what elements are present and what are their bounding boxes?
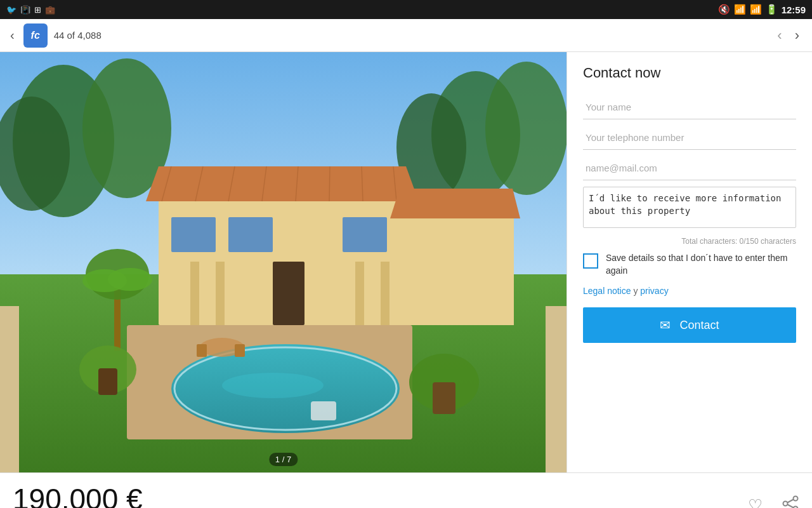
char-count: Total characters: 0/150 characters [583, 237, 796, 246]
svg-marker-23 [390, 189, 520, 218]
grid-icon: ⊞ [34, 5, 41, 15]
save-details-row: Save details so that I don´t have to ent… [583, 252, 796, 277]
svg-rect-24 [171, 217, 216, 252]
listing-info: 190,000 € Lower price 10,000 € ♡ [0, 472, 812, 508]
email-input[interactable] [583, 156, 796, 180]
svg-rect-28 [190, 262, 199, 325]
share-button[interactable] [782, 495, 799, 509]
nav-back-button[interactable]: ‹ [8, 25, 17, 45]
listing-counter: 44 of 4,088 [54, 30, 766, 41]
clock: 12:59 [782, 4, 806, 15]
contact-panel: Contact now I´d like to receive more inf… [566, 52, 812, 472]
legal-notice-link[interactable]: Legal notice [583, 286, 631, 296]
property-image-area[interactable]: 1 / 7 [0, 52, 566, 472]
svg-marker-13 [146, 166, 419, 201]
svg-rect-34 [235, 344, 245, 357]
svg-rect-30 [355, 262, 364, 325]
svg-point-11 [222, 373, 324, 398]
save-details-label: Save details so that I don´t have to ent… [606, 252, 796, 277]
app-logo[interactable]: fc [23, 23, 48, 48]
status-right: 🔇 📶 📶 🔋 12:59 [718, 4, 806, 15]
svg-rect-27 [273, 262, 304, 325]
email-field-container [583, 156, 796, 180]
mail-icon: ✉ [660, 318, 671, 333]
status-bar: 🐦 📳 ⊞ 💼 🔇 📶 📶 🔋 12:59 [0, 0, 812, 19]
briefcase-icon: 💼 [45, 5, 55, 15]
main-content: 1 / 7 Contact now I´d like to receive mo… [0, 52, 812, 472]
phone-field-container [583, 126, 796, 150]
legal-row: Legal notice y privacy [583, 286, 796, 296]
svg-rect-42 [98, 368, 117, 395]
message-field-container: I´d like to receive more information abo… [583, 187, 796, 231]
svg-line-19 [329, 166, 330, 201]
svg-rect-31 [381, 262, 390, 325]
contact-title: Contact now [583, 65, 796, 81]
phone-icon: 📳 [20, 5, 30, 15]
svg-line-50 [787, 504, 793, 507]
signal-icon: 📶 [750, 4, 762, 15]
svg-rect-29 [216, 262, 225, 325]
message-textarea[interactable]: I´d like to receive more information abo… [583, 187, 796, 228]
svg-rect-22 [400, 217, 514, 325]
legal-and-text: y [633, 286, 638, 296]
price-row: 190,000 € Lower price 10,000 € ♡ [13, 482, 799, 508]
svg-rect-40 [433, 382, 455, 414]
svg-rect-25 [228, 217, 273, 252]
listing-price: 190,000 € [13, 482, 143, 508]
next-listing-button[interactable]: › [790, 25, 804, 46]
svg-point-5 [485, 62, 566, 195]
image-counter: 1 / 7 [269, 453, 298, 466]
mute-icon: 🔇 [718, 4, 730, 15]
name-field-container [583, 95, 796, 119]
nav-arrows: ‹ › [772, 25, 804, 46]
svg-point-46 [794, 496, 798, 500]
contact-button-label: Contact [679, 319, 719, 332]
svg-rect-26 [343, 217, 387, 252]
phone-input[interactable] [583, 126, 796, 150]
svg-line-49 [787, 499, 793, 502]
status-icons-left: 🐦 📳 ⊞ 💼 [6, 5, 55, 15]
twitter-icon: 🐦 [6, 5, 16, 15]
svg-rect-45 [546, 306, 566, 472]
svg-rect-43 [311, 401, 336, 420]
privacy-link[interactable]: privacy [640, 286, 668, 296]
favorite-button[interactable]: ♡ [748, 496, 763, 509]
name-input[interactable] [583, 95, 796, 119]
svg-rect-44 [0, 306, 19, 472]
svg-point-47 [783, 501, 788, 505]
save-details-checkbox[interactable] [583, 253, 598, 269]
wifi-icon: 📶 [734, 4, 746, 15]
prev-listing-button[interactable]: ‹ [772, 25, 787, 46]
svg-point-38 [108, 268, 152, 291]
action-icons: ♡ [748, 495, 799, 509]
nav-bar: ‹ fc 44 of 4,088 ‹ › [0, 19, 812, 52]
svg-rect-33 [197, 344, 207, 357]
battery-icon: 🔋 [766, 4, 778, 15]
contact-button[interactable]: ✉ Contact [583, 307, 796, 343]
